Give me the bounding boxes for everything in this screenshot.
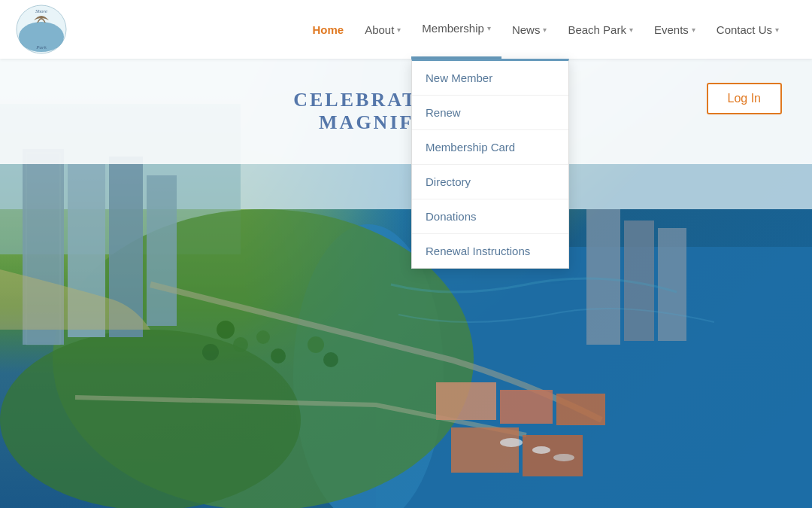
dropdown-item-donations[interactable]: Donations — [412, 199, 568, 234]
dropdown-item-new-member[interactable]: New Member — [412, 61, 568, 96]
svg-text:Park: Park — [35, 44, 47, 50]
svg-rect-19 — [500, 390, 553, 424]
svg-text:Shore: Shore — [35, 8, 47, 14]
svg-point-24 — [532, 446, 550, 454]
news-chevron-icon: ▾ — [543, 26, 547, 34]
svg-point-30 — [271, 348, 286, 364]
site-logo: Park Shore — [15, 4, 68, 55]
nav-contact-us[interactable]: Contact Us ▾ — [706, 0, 789, 59]
svg-point-28 — [202, 344, 219, 360]
svg-rect-21 — [451, 427, 519, 473]
about-chevron-icon: ▾ — [397, 26, 401, 34]
login-button[interactable]: Log In — [707, 83, 782, 114]
nav-events[interactable]: Events ▾ — [644, 0, 706, 59]
site-header: Park Shore Home About ▾ Membership ▾ New… — [0, 0, 812, 59]
nav-beach-park[interactable]: Beach Park ▾ — [557, 0, 644, 59]
svg-point-27 — [233, 337, 248, 352]
nav-news[interactable]: News ▾ — [501, 0, 558, 59]
nav-about[interactable]: About ▾ — [354, 0, 411, 59]
dropdown-item-renewal-instructions[interactable]: Renewal Instructions — [412, 234, 568, 268]
svg-point-9 — [0, 330, 301, 508]
dropdown-item-directory[interactable]: Directory — [412, 165, 568, 199]
main-nav: Home About ▾ Membership ▾ News ▾ Beach P… — [301, 0, 789, 59]
membership-dropdown: New Member Renew Membership Card Directo… — [411, 59, 569, 269]
nav-membership[interactable]: Membership ▾ — [411, 0, 501, 59]
svg-rect-18 — [436, 382, 496, 420]
svg-rect-13 — [147, 175, 177, 326]
svg-point-23 — [500, 438, 523, 447]
dropdown-item-membership-card[interactable]: Membership Card — [412, 130, 568, 165]
svg-point-29 — [256, 330, 270, 344]
dropdown-item-renew[interactable]: Renew — [412, 96, 568, 130]
beach-park-chevron-icon: ▾ — [629, 26, 633, 34]
hero-text-area: CELEBRATING OUR MAGNIFICEN... — [0, 59, 812, 164]
svg-point-31 — [308, 336, 324, 353]
nav-home[interactable]: Home — [301, 0, 354, 59]
svg-rect-20 — [556, 394, 605, 425]
svg-point-26 — [217, 321, 235, 339]
svg-point-25 — [553, 454, 574, 461]
events-chevron-icon: ▾ — [692, 26, 695, 34]
contact-chevron-icon: ▾ — [775, 26, 779, 34]
svg-rect-15 — [586, 209, 620, 345]
svg-rect-22 — [523, 435, 583, 476]
svg-point-32 — [323, 352, 338, 367]
membership-chevron-icon: ▾ — [487, 24, 491, 32]
logo-area[interactable]: Park Shore — [15, 4, 165, 55]
svg-rect-17 — [658, 228, 686, 341]
